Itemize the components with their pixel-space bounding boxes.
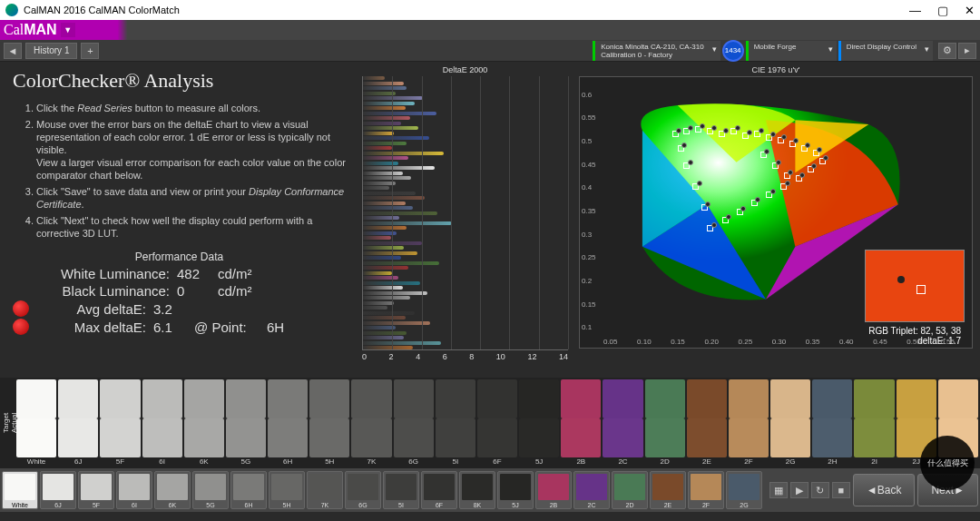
deltae-bar[interactable] (363, 106, 406, 110)
deltae-bar[interactable] (363, 112, 436, 115)
deltae-bar[interactable] (363, 251, 417, 255)
deltae-bar[interactable] (363, 206, 413, 210)
cie-chart[interactable]: RGB Triplet: 82, 53, 38 deltaE: 1.7 0.05… (579, 76, 973, 349)
swatch-column[interactable]: 2F (729, 379, 769, 467)
close-button[interactable]: ✕ (965, 4, 975, 17)
patch-thumb[interactable]: 5I (383, 471, 419, 509)
patch-thumb[interactable]: 2E (650, 471, 686, 509)
patch-thumb[interactable]: 8K (459, 471, 495, 509)
swatch-column[interactable]: 5I (436, 379, 475, 467)
deltae-bar[interactable] (363, 271, 392, 275)
deltae-bar[interactable] (363, 136, 429, 140)
source-status[interactable]: Mobile Forge (746, 41, 837, 61)
deltae-bar[interactable] (363, 86, 407, 90)
swatch-column[interactable]: 6I (142, 379, 182, 467)
swatch-column[interactable]: 6F (477, 379, 517, 467)
swatch-column[interactable]: 6H (268, 379, 308, 467)
patch-thumb[interactable]: 5F (78, 471, 114, 509)
maximize-button[interactable]: ▢ (937, 4, 948, 17)
display-status[interactable]: Direct Display Control (838, 41, 933, 61)
deltae-bar[interactable] (363, 236, 391, 240)
deltae-bar[interactable] (363, 286, 403, 290)
patch-thumb[interactable]: 5J (497, 471, 534, 509)
deltae-bar[interactable] (363, 172, 403, 175)
deltae-bar[interactable] (363, 331, 407, 335)
settings-button[interactable]: ⚙ (938, 43, 956, 59)
swatch-column[interactable]: 2B (561, 379, 601, 467)
deltae-bar[interactable] (363, 142, 407, 145)
deltae-bar[interactable] (363, 211, 437, 215)
read-button[interactable]: ▶ (790, 482, 808, 498)
deltae-bar[interactable] (363, 132, 394, 135)
patch-thumb[interactable]: 5H (269, 471, 305, 509)
deltae-bar[interactable] (363, 296, 410, 300)
swatch-column[interactable]: 2H (812, 379, 852, 467)
deltae-bar[interactable] (363, 256, 401, 260)
patch-thumb[interactable]: 5G (192, 471, 229, 509)
expand-button[interactable]: ▸ (958, 43, 976, 59)
patch-thumb[interactable]: 2F (688, 471, 724, 509)
deltae-bar[interactable] (363, 92, 396, 95)
patch-thumb[interactable]: 7K (307, 471, 343, 509)
continuous-button[interactable]: ↻ (811, 482, 829, 498)
swatch-column[interactable]: 5F (100, 379, 140, 467)
deltae-bar[interactable] (363, 291, 427, 295)
patch-thumb[interactable]: 6K (154, 471, 191, 509)
deltae-bar[interactable] (363, 192, 416, 195)
deltae-bar[interactable] (363, 221, 452, 225)
deltae-bar[interactable] (363, 156, 408, 160)
deltae-bar[interactable] (363, 76, 385, 80)
patch-thumb[interactable]: 2D (612, 471, 648, 509)
patch-thumb[interactable]: 6G (345, 471, 381, 509)
deltae-bar[interactable] (363, 311, 415, 315)
swatch-column[interactable]: 2E (687, 379, 727, 467)
history-tab[interactable]: History 1 (25, 43, 77, 59)
patch-thumb[interactable]: 6F (421, 471, 457, 509)
patch-thumb[interactable]: 6J (40, 471, 76, 509)
swatch-column[interactable]: White (16, 379, 56, 467)
deltae-bar[interactable] (363, 216, 399, 220)
deltae-bar[interactable] (363, 152, 444, 155)
swatch-column[interactable]: 6G (394, 379, 434, 467)
back-button[interactable]: ◄ Back (853, 474, 916, 506)
deltae-bar[interactable] (363, 166, 435, 170)
meter-status[interactable]: Konica Minolta CA-210, CA-310 Calibratio… (593, 41, 720, 61)
swatch-column[interactable]: 2I (854, 379, 894, 467)
deltae-bar[interactable] (363, 146, 392, 150)
swatch-column[interactable]: 5J (519, 379, 559, 467)
swatch-column[interactable]: 2G (770, 379, 810, 467)
deltae-bar[interactable] (363, 196, 425, 200)
brand-menu-button[interactable]: ▼ (61, 23, 75, 37)
swatch-column[interactable]: 7K (351, 379, 391, 467)
deltae-bar[interactable] (363, 306, 387, 310)
deltae-bar[interactable] (363, 346, 413, 349)
swatch-column[interactable]: 6K (184, 379, 224, 467)
deltae-bar[interactable] (363, 246, 404, 250)
patch-thumb[interactable]: 6I (116, 471, 152, 509)
deltae-bar[interactable] (363, 116, 410, 120)
patch-thumb[interactable]: 2G (726, 471, 762, 509)
deltae-bar[interactable] (363, 102, 415, 105)
patch-thumb[interactable]: 6H (230, 471, 267, 509)
deltae-bar[interactable] (363, 341, 441, 345)
deltae-bar[interactable] (363, 301, 394, 305)
patch-thumb[interactable]: 2B (535, 471, 572, 509)
minimize-button[interactable]: — (909, 4, 921, 17)
deltae-bar[interactable] (363, 122, 401, 125)
deltae-bar[interactable] (363, 82, 404, 85)
add-tab-button[interactable]: + (81, 43, 99, 59)
swatch-column[interactable]: 5H (309, 379, 349, 467)
swatch-column[interactable]: 2C (603, 379, 642, 467)
swatch-column[interactable]: 2D (645, 379, 685, 467)
deltae-bar[interactable] (363, 316, 406, 319)
deltae-bar[interactable] (363, 186, 389, 190)
deltae-bar[interactable] (363, 336, 404, 339)
deltae-bar[interactable] (363, 202, 406, 205)
pattern-button[interactable]: ▦ (769, 482, 788, 498)
deltae-bar[interactable] (363, 182, 396, 185)
deltae-bar[interactable] (363, 261, 439, 265)
deltae-bar[interactable] (363, 326, 396, 329)
patch-thumb[interactable]: White (2, 471, 38, 509)
nav-prev-button[interactable]: ◄ (4, 43, 22, 59)
deltae-bar[interactable] (363, 176, 411, 180)
